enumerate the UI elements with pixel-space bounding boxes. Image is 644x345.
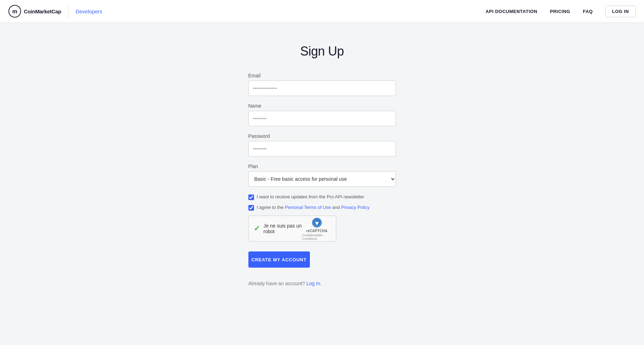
recaptcha-left: ✓ Je ne suis pas un robot [254,223,303,234]
password-group: Password [248,133,396,156]
password-label: Password [248,133,396,139]
email-label: Email [248,73,396,78]
cmc-logo-icon: m [8,5,21,18]
header-left: m CoinMarketCap Developers [8,5,102,18]
checkmark-icon: ✓ [254,224,260,233]
newsletter-checkbox[interactable] [248,194,254,200]
privacy-policy-link[interactable]: Privacy Policy [341,205,370,210]
plan-label: Plan [248,164,396,169]
recaptcha-checkmark: ✓ [254,224,260,233]
developers-link[interactable]: Developers [76,8,102,14]
login-link[interactable]: Log In. [306,281,321,286]
password-input[interactable] [248,141,396,156]
login-button[interactable]: LOG IN [605,6,636,17]
terms-and: and [331,205,341,210]
terms-checkbox-group: I agree to the Personal Terms of Use and… [248,204,396,211]
recaptcha-brand-label: reCAPTCHA [306,229,327,233]
plan-select[interactable]: Basic - Free basic access for personal u… [248,171,396,187]
logo-area: m CoinMarketCap [8,5,69,18]
login-prompt: Already have an account? Log In. [248,280,396,287]
page-title: Sign Up [300,44,344,59]
newsletter-checkbox-group: I want to receive updates from the Pro A… [248,194,396,200]
plan-group: Plan Basic - Free basic access for perso… [248,164,396,187]
header-nav: API DOCUMENTATION PRICING FAQ LOG IN [486,6,636,17]
signup-form: Email Name Password Plan Basic - Free ba… [248,73,396,287]
email-input[interactable] [248,81,396,96]
terms-checkbox-label: I agree to the Personal Terms of Use and… [257,204,370,211]
recaptcha-text: Je ne suis pas un robot [264,223,302,234]
terms-checkbox[interactable] [248,205,254,211]
nav-pricing[interactable]: PRICING [550,9,570,14]
recaptcha-widget[interactable]: ✓ Je ne suis pas un robot reCAPTCHA Conf… [248,216,336,242]
create-account-button[interactable]: CREATE MY ACCOUNT [248,251,310,268]
recaptcha-logo-icon [311,217,323,228]
name-input[interactable] [248,111,396,126]
svg-text:m: m [12,8,17,14]
terms-prefix: I agree to the [257,205,285,210]
already-account-text: Already have an account? Log In. [248,281,322,286]
newsletter-checkbox-label: I want to receive updates from the Pro A… [257,194,364,200]
terms-of-use-link[interactable]: Personal Terms of Use [285,205,331,210]
name-group: Name [248,103,396,126]
nav-faq[interactable]: FAQ [583,9,593,14]
name-label: Name [248,103,396,109]
nav-api-docs[interactable]: API DOCUMENTATION [486,9,537,14]
recaptcha-right: reCAPTCHA Confidentialité - Conditions [302,217,331,241]
logo-text: CoinMarketCap [24,8,61,14]
recaptcha-links-label: Confidentialité - Conditions [302,234,331,241]
main-content: Sign Up Email Name Password Plan Basic -… [0,23,644,315]
email-group: Email [248,73,396,96]
header: m CoinMarketCap Developers API DOCUMENTA… [0,0,644,23]
